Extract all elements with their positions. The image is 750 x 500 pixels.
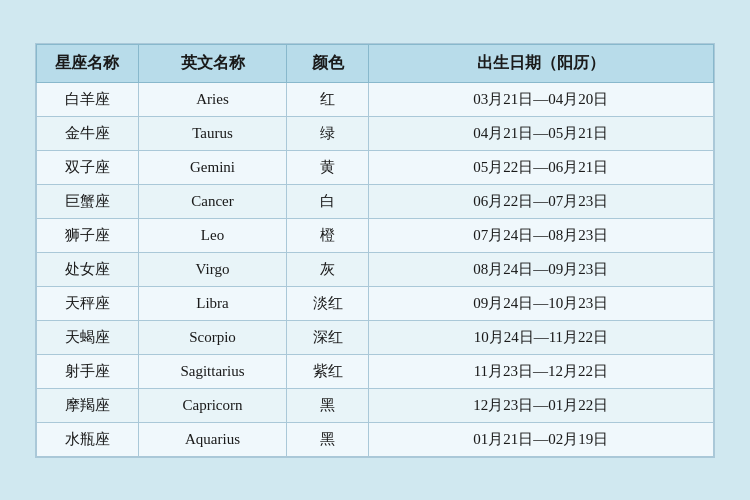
table-row: 处女座Virgo灰08月24日—09月23日: [37, 252, 714, 286]
cell-zh: 天秤座: [37, 286, 139, 320]
cell-date: 11月23日—12月22日: [368, 354, 713, 388]
cell-color: 深红: [287, 320, 368, 354]
cell-date: 07月24日—08月23日: [368, 218, 713, 252]
cell-color: 黑: [287, 422, 368, 456]
zodiac-table: 星座名称 英文名称 颜色 出生日期（阳历） 白羊座Aries红03月21日—04…: [36, 44, 714, 457]
cell-date: 04月21日—05月21日: [368, 116, 713, 150]
cell-en: Cancer: [138, 184, 287, 218]
cell-zh: 射手座: [37, 354, 139, 388]
cell-date: 05月22日—06月21日: [368, 150, 713, 184]
cell-color: 黄: [287, 150, 368, 184]
zodiac-table-container: 星座名称 英文名称 颜色 出生日期（阳历） 白羊座Aries红03月21日—04…: [35, 43, 715, 458]
cell-zh: 狮子座: [37, 218, 139, 252]
cell-en: Libra: [138, 286, 287, 320]
header-date: 出生日期（阳历）: [368, 44, 713, 82]
cell-color: 灰: [287, 252, 368, 286]
cell-color: 橙: [287, 218, 368, 252]
cell-en: Leo: [138, 218, 287, 252]
cell-en: Virgo: [138, 252, 287, 286]
table-body: 白羊座Aries红03月21日—04月20日金牛座Taurus绿04月21日—0…: [37, 82, 714, 456]
cell-date: 06月22日—07月23日: [368, 184, 713, 218]
cell-zh: 天蝎座: [37, 320, 139, 354]
cell-en: Aries: [138, 82, 287, 116]
cell-date: 08月24日—09月23日: [368, 252, 713, 286]
header-zh: 星座名称: [37, 44, 139, 82]
table-row: 双子座Gemini黄05月22日—06月21日: [37, 150, 714, 184]
cell-color: 红: [287, 82, 368, 116]
cell-en: Aquarius: [138, 422, 287, 456]
cell-en: Gemini: [138, 150, 287, 184]
cell-zh: 摩羯座: [37, 388, 139, 422]
cell-zh: 处女座: [37, 252, 139, 286]
cell-color: 绿: [287, 116, 368, 150]
cell-date: 03月21日—04月20日: [368, 82, 713, 116]
cell-zh: 金牛座: [37, 116, 139, 150]
table-row: 金牛座Taurus绿04月21日—05月21日: [37, 116, 714, 150]
cell-date: 09月24日—10月23日: [368, 286, 713, 320]
cell-zh: 水瓶座: [37, 422, 139, 456]
header-en: 英文名称: [138, 44, 287, 82]
table-header-row: 星座名称 英文名称 颜色 出生日期（阳历）: [37, 44, 714, 82]
cell-color: 淡红: [287, 286, 368, 320]
cell-zh: 巨蟹座: [37, 184, 139, 218]
cell-color: 黑: [287, 388, 368, 422]
cell-en: Sagittarius: [138, 354, 287, 388]
table-row: 射手座Sagittarius紫红11月23日—12月22日: [37, 354, 714, 388]
table-row: 天蝎座Scorpio深红10月24日—11月22日: [37, 320, 714, 354]
cell-color: 白: [287, 184, 368, 218]
cell-en: Taurus: [138, 116, 287, 150]
table-row: 水瓶座Aquarius黑01月21日—02月19日: [37, 422, 714, 456]
table-row: 巨蟹座Cancer白06月22日—07月23日: [37, 184, 714, 218]
cell-date: 12月23日—01月22日: [368, 388, 713, 422]
table-row: 白羊座Aries红03月21日—04月20日: [37, 82, 714, 116]
cell-color: 紫红: [287, 354, 368, 388]
header-color: 颜色: [287, 44, 368, 82]
table-row: 狮子座Leo橙07月24日—08月23日: [37, 218, 714, 252]
table-row: 摩羯座Capricorn黑12月23日—01月22日: [37, 388, 714, 422]
cell-en: Scorpio: [138, 320, 287, 354]
cell-zh: 双子座: [37, 150, 139, 184]
cell-zh: 白羊座: [37, 82, 139, 116]
table-row: 天秤座Libra淡红09月24日—10月23日: [37, 286, 714, 320]
cell-en: Capricorn: [138, 388, 287, 422]
cell-date: 10月24日—11月22日: [368, 320, 713, 354]
cell-date: 01月21日—02月19日: [368, 422, 713, 456]
